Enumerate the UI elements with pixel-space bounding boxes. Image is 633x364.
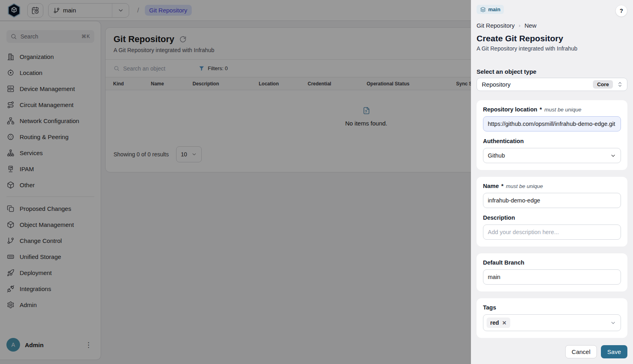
chevron-right-icon: › — [519, 22, 520, 28]
authentication-select[interactable]: Github — [483, 148, 621, 163]
cancel-button[interactable]: Cancel — [565, 345, 597, 358]
field-label: Authentication — [483, 138, 524, 144]
create-git-repository-drawer: main ? Git Repository › New Create Git R… — [471, 0, 633, 364]
field-label: Repository location — [483, 106, 537, 113]
form-section-default-branch: Default Branch — [477, 253, 627, 291]
breadcrumb-current: New — [524, 22, 536, 29]
object-type-value: Repository — [482, 81, 589, 88]
drawer-title: Create Git Repository — [477, 34, 627, 43]
save-button[interactable]: Save — [601, 345, 627, 358]
authentication-value: Github — [488, 152, 610, 159]
field-label: Description — [483, 214, 515, 221]
form-section-location: Repository location * must be unique Aut… — [477, 100, 627, 170]
layers-icon — [480, 7, 486, 12]
required-mark: * — [501, 183, 504, 189]
form-section-name: Name * must be unique Description — [477, 177, 627, 247]
tag-chip: red ✕ — [487, 317, 510, 328]
branch-badge: main — [477, 5, 504, 14]
repository-location-input[interactable] — [483, 116, 621, 131]
form-section-tags: Tags red ✕ — [477, 298, 627, 338]
field-hint: must be unique — [506, 183, 543, 189]
chevron-down-icon — [610, 320, 616, 326]
branch-badge-label: main — [488, 6, 500, 12]
field-label: Name — [483, 183, 499, 189]
core-badge: Core — [593, 80, 613, 89]
chevrons-up-down-icon — [617, 81, 623, 87]
close-icon[interactable]: ✕ — [502, 320, 507, 326]
description-input[interactable] — [483, 224, 621, 240]
required-mark: * — [540, 106, 542, 113]
object-type-label: Select an object type — [477, 68, 627, 75]
drawer-subtitle: A Git Repository integrated with Infrahu… — [477, 45, 627, 52]
default-branch-input[interactable] — [483, 269, 621, 285]
breadcrumb-parent[interactable]: Git Repository — [477, 22, 515, 29]
tags-multiselect[interactable]: red ✕ — [483, 314, 621, 331]
field-label: Default Branch — [483, 259, 524, 266]
drawer-breadcrumb: Git Repository › New — [477, 22, 627, 29]
help-button[interactable]: ? — [615, 5, 627, 17]
field-label: Tags — [483, 304, 496, 311]
object-type-select[interactable]: Repository Core — [477, 78, 627, 91]
field-hint: must be unique — [544, 107, 581, 113]
chevron-down-icon — [610, 153, 616, 159]
tag-label: red — [490, 320, 499, 326]
name-input[interactable] — [483, 193, 621, 208]
